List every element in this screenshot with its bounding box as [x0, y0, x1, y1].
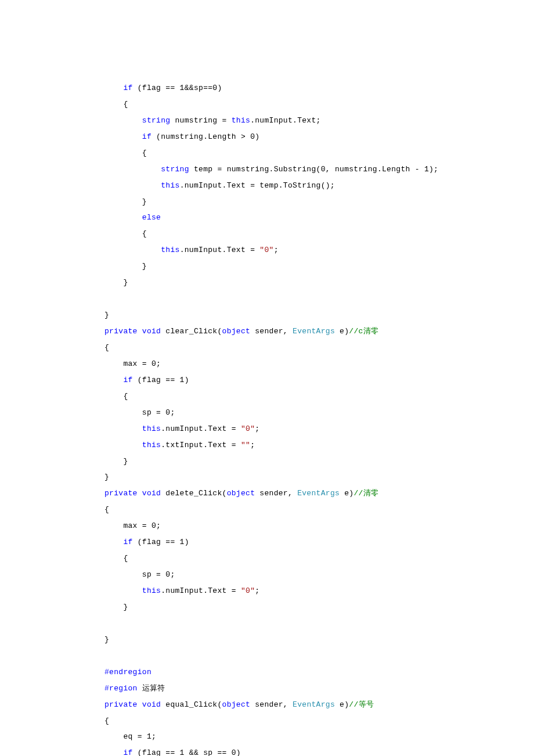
code-line: sp = 0; [104, 570, 175, 579]
code-line: } [104, 262, 147, 271]
code-line: if (flag == 1) [104, 376, 189, 384]
code-line: } [104, 603, 128, 611]
code-line: max = 0; [104, 359, 161, 368]
code-line: private void equal_Click(object sender, … [104, 700, 374, 709]
code-line: #region 运算符 [104, 684, 165, 693]
code-line: string temp = numstring.Substring(0, num… [104, 165, 438, 174]
code-line: } [104, 635, 109, 644]
code-line: #endregion [104, 668, 151, 676]
code-line: if (flag == 1) [104, 538, 189, 546]
code-line: { [104, 554, 128, 563]
code-line: { [104, 505, 109, 514]
code-line: { [104, 149, 147, 157]
code-line: { [104, 100, 128, 109]
code-line: this.numInput.Text = temp.ToString(); [104, 181, 335, 190]
code-line: eq = 1; [104, 732, 156, 741]
code-line: { [104, 229, 147, 238]
code-line: this.numInput.Text = "0"; [104, 424, 259, 433]
code-line: } [104, 311, 109, 319]
code-line: private void delete_Click(object sender,… [104, 489, 378, 498]
code-line: else [104, 213, 161, 222]
code-line: if (numstring.Length > 0) [104, 132, 259, 141]
code-block: if (flag == 1&&sp==0) { string numstring… [0, 64, 534, 756]
code-line: } [104, 457, 128, 466]
code-line: } [104, 473, 109, 481]
code-line: { [104, 717, 109, 725]
code-line: this.numInput.Text = "0"; [104, 586, 259, 595]
code-line: } [104, 197, 147, 206]
code-line: private void clear_Click(object sender, … [104, 327, 378, 336]
code-line: this.txtInput.Text = ""; [104, 441, 255, 449]
code-line: if (flag == 1&&sp==0) [104, 84, 222, 92]
code-line: { [104, 343, 109, 352]
code-line: if (flag == 1 && sp == 0) [104, 748, 241, 756]
code-line: { [104, 392, 128, 401]
code-line: sp = 0; [104, 408, 175, 417]
code-line: } [104, 278, 128, 287]
code-line: string numstring = this.numInput.Text; [104, 116, 321, 125]
code-line: this.numInput.Text = "0"; [104, 246, 279, 254]
code-line: max = 0; [104, 521, 161, 530]
